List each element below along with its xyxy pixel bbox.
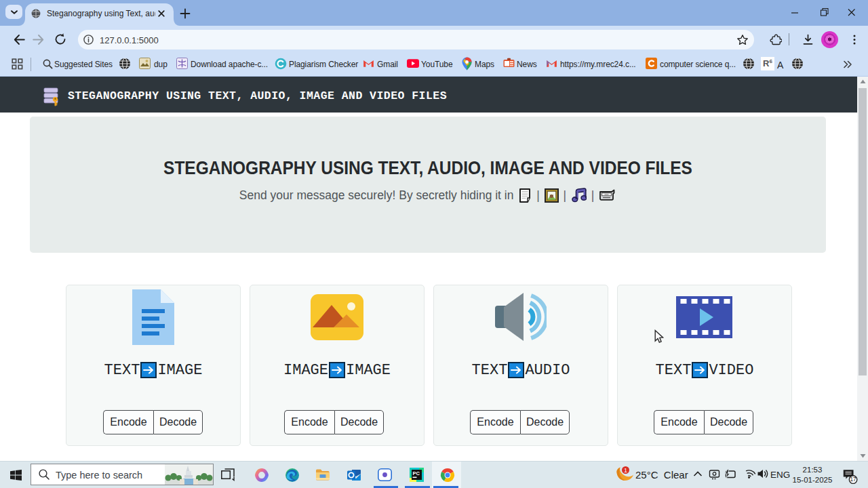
svg-text:1: 1 bbox=[624, 467, 627, 474]
svg-text:PC: PC bbox=[413, 470, 420, 476]
svg-text:17: 17 bbox=[850, 476, 856, 483]
